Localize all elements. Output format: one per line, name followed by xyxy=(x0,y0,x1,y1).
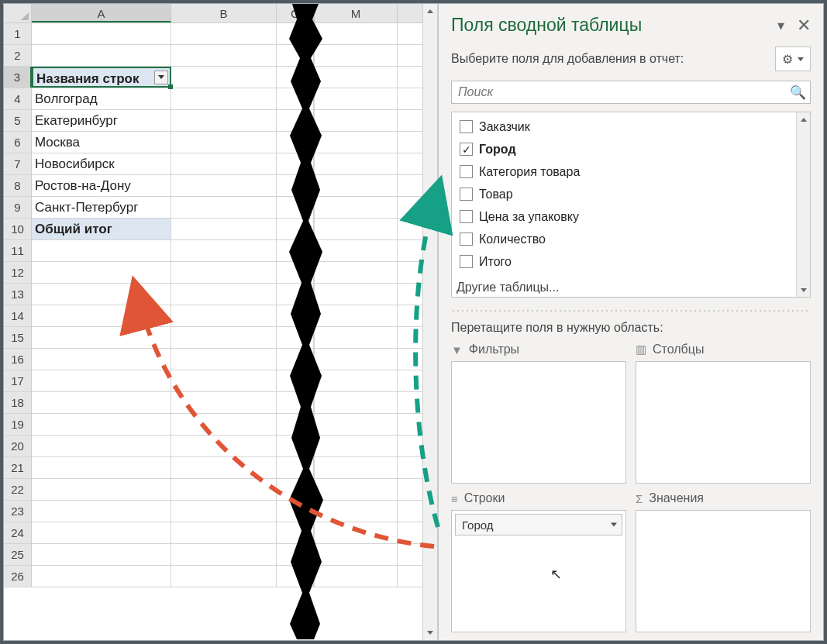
fields-scroll-up[interactable] xyxy=(797,112,810,126)
cell-C5[interactable] xyxy=(277,110,314,131)
cell-A22[interactable] xyxy=(32,479,171,500)
col-header-B[interactable]: B xyxy=(171,4,277,22)
row-header-11[interactable]: 11 xyxy=(4,240,32,261)
field-item-6[interactable]: Итого xyxy=(457,250,794,273)
cell-C21[interactable] xyxy=(277,457,314,478)
row-header-3[interactable]: 3 xyxy=(4,67,32,88)
cell-B26[interactable] xyxy=(171,566,277,587)
cell-B8[interactable] xyxy=(171,175,277,196)
field-search[interactable]: 🔍 xyxy=(451,81,811,104)
col-header-M[interactable]: M xyxy=(314,4,398,22)
cell-A25[interactable] xyxy=(32,544,171,565)
cell-M9[interactable] xyxy=(314,197,398,218)
row-header-6[interactable]: 6 xyxy=(4,132,32,153)
row-header-7[interactable]: 7 xyxy=(4,153,32,174)
cell-B13[interactable] xyxy=(171,284,277,305)
cell-M20[interactable] xyxy=(314,436,398,456)
cell-C7[interactable] xyxy=(277,153,314,174)
field-item-1[interactable]: Город xyxy=(457,138,794,160)
cell-M8[interactable] xyxy=(314,175,398,196)
field-checkbox-1[interactable] xyxy=(460,143,473,156)
row-header-5[interactable]: 5 xyxy=(4,110,32,131)
cell-C6[interactable] xyxy=(277,132,314,153)
scroll-down-button[interactable] xyxy=(423,625,437,640)
cell-A19[interactable] xyxy=(32,414,171,435)
cell-A2[interactable] xyxy=(32,45,171,66)
row-header-21[interactable]: 21 xyxy=(4,457,32,478)
cell-A8[interactable]: Ростов-на-Дону xyxy=(32,175,171,196)
cell-A6[interactable]: Москва xyxy=(32,132,171,153)
field-checkbox-6[interactable] xyxy=(460,255,473,268)
cell-B3[interactable] xyxy=(171,67,277,88)
cell-M7[interactable] xyxy=(314,153,398,174)
cell-B18[interactable] xyxy=(171,392,277,413)
cell-B11[interactable] xyxy=(171,240,277,261)
cell-M26[interactable] xyxy=(314,566,398,587)
cell-M13[interactable] xyxy=(314,284,398,305)
cell-A18[interactable] xyxy=(32,392,171,413)
row-header-1[interactable]: 1 xyxy=(4,23,32,44)
cell-B23[interactable] xyxy=(171,501,277,522)
cell-C20[interactable] xyxy=(277,436,314,456)
field-item-2[interactable]: Категория товара xyxy=(457,160,794,183)
row-header-23[interactable]: 23 xyxy=(4,501,32,522)
cell-A23[interactable] xyxy=(32,501,171,522)
cell-A10[interactable]: Общий итог xyxy=(32,219,171,239)
cell-A17[interactable] xyxy=(32,370,171,391)
field-checkbox-4[interactable] xyxy=(460,210,473,223)
cell-M22[interactable] xyxy=(314,479,398,500)
cell-C26[interactable] xyxy=(277,566,314,587)
scroll-track[interactable] xyxy=(423,19,437,625)
cell-B25[interactable] xyxy=(171,544,277,565)
cell-M17[interactable] xyxy=(314,370,398,391)
cell-C10[interactable] xyxy=(277,219,314,239)
fields-scroll-down[interactable] xyxy=(797,283,810,297)
cell-B20[interactable] xyxy=(171,436,277,456)
spreadsheet[interactable]: A B C M 123Названия строк4Волгоград5Екат… xyxy=(4,4,422,640)
cell-C15[interactable] xyxy=(277,327,314,348)
cell-A16[interactable] xyxy=(32,349,171,370)
cell-A11[interactable] xyxy=(32,240,171,261)
row-header-14[interactable]: 14 xyxy=(4,305,32,326)
cell-C8[interactable] xyxy=(277,175,314,196)
cell-B9[interactable] xyxy=(171,197,277,218)
field-checkbox-2[interactable] xyxy=(460,165,473,178)
cell-A21[interactable] xyxy=(32,457,171,478)
area-rows-box[interactable]: Город xyxy=(451,510,626,632)
row-header-18[interactable]: 18 xyxy=(4,392,32,413)
pane-close-button[interactable]: ✕ xyxy=(797,19,811,33)
cell-C11[interactable] xyxy=(277,240,314,261)
cell-C14[interactable] xyxy=(277,305,314,326)
cell-C1[interactable] xyxy=(277,23,314,44)
cell-C13[interactable] xyxy=(277,284,314,305)
cell-B6[interactable] xyxy=(171,132,277,153)
cell-B4[interactable] xyxy=(171,88,277,109)
cell-M6[interactable] xyxy=(314,132,398,153)
cell-C12[interactable] xyxy=(277,262,314,283)
cell-C24[interactable] xyxy=(277,522,314,543)
cell-B14[interactable] xyxy=(171,305,277,326)
field-item-0[interactable]: Заказчик xyxy=(457,115,794,138)
cell-A9[interactable]: Санкт-Петербург xyxy=(32,197,171,218)
row-header-10[interactable]: 10 xyxy=(4,219,32,239)
cell-A26[interactable] xyxy=(32,566,171,587)
cell-A4[interactable]: Волгоград xyxy=(32,88,171,109)
cell-A1[interactable] xyxy=(32,23,171,44)
cell-C4[interactable] xyxy=(277,88,314,109)
cell-M23[interactable] xyxy=(314,501,398,522)
other-tables-link[interactable]: Другие таблицы... xyxy=(452,276,810,298)
cell-B19[interactable] xyxy=(171,414,277,435)
row-header-20[interactable]: 20 xyxy=(4,436,32,456)
cell-C25[interactable] xyxy=(277,544,314,565)
row-header-25[interactable]: 25 xyxy=(4,544,32,565)
row-header-12[interactable]: 12 xyxy=(4,262,32,283)
cell-C9[interactable] xyxy=(277,197,314,218)
cell-C17[interactable] xyxy=(277,370,314,391)
cell-M11[interactable] xyxy=(314,240,398,261)
row-header-24[interactable]: 24 xyxy=(4,522,32,543)
cell-M14[interactable] xyxy=(314,305,398,326)
cell-C22[interactable] xyxy=(277,479,314,500)
cell-M10[interactable] xyxy=(314,219,398,239)
field-checkbox-3[interactable] xyxy=(460,188,473,201)
cell-A15[interactable] xyxy=(32,327,171,348)
